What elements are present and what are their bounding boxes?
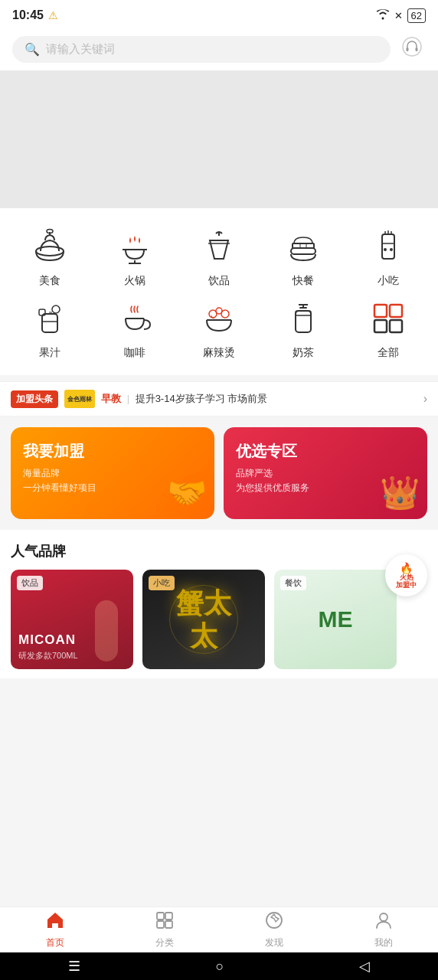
malajpg-label: 麻辣烫 [203, 346, 235, 360]
category-guozhi[interactable]: 果汁 [15, 296, 84, 360]
hot-badge-emoji: 🔥 [400, 562, 413, 574]
svg-point-5 [47, 230, 53, 234]
category-huoguo[interactable]: 火锅 [100, 224, 169, 288]
ad-logo: 金色雨林 [64, 390, 95, 408]
svg-rect-33 [390, 305, 402, 317]
svg-rect-18 [42, 314, 57, 332]
search-placeholder: 请输入关键词 [46, 42, 115, 57]
svg-point-41 [380, 913, 387, 921]
svg-point-17 [390, 248, 393, 251]
brand-third-name: ME [319, 606, 353, 632]
svg-rect-2 [416, 47, 418, 51]
popular-brands-title: 人气品牌 [11, 542, 427, 560]
ad-banner[interactable]: 加盟头条 金色雨林 早教 | 提升3-14岁孩子学习 市场前景 › [0, 381, 438, 416]
search-area: 🔍 请输入关键词 [0, 28, 438, 70]
battery-indicator: 62 [407, 8, 426, 23]
category-malajpg[interactable]: 麻辣烫 [185, 296, 253, 360]
status-bar: 10:45 ⚠ ✕ 62 [0, 0, 438, 28]
guozhi-icon [27, 296, 73, 341]
nav-mine[interactable]: 我的 [328, 907, 438, 952]
xiaochi-label: 小吃 [378, 274, 399, 288]
kafei-label: 咖啡 [124, 346, 145, 360]
search-icon: 🔍 [25, 42, 40, 57]
hot-badge[interactable]: 🔥 火热 加盟中 [385, 554, 427, 596]
guozhi-label: 果汁 [39, 346, 60, 360]
brand-third-tag: 餐饮 [280, 576, 306, 590]
svg-rect-28 [296, 311, 311, 332]
nav-home-label: 首页 [46, 936, 64, 949]
malajpg-icon [196, 296, 242, 341]
svg-rect-14 [382, 234, 394, 259]
android-home-btn[interactable]: ○ [216, 959, 224, 975]
banner-area[interactable] [0, 70, 438, 208]
category-kafei[interactable]: 咖啡 [100, 296, 169, 360]
category-meishi[interactable]: 美食 [15, 224, 84, 288]
nav-home[interactable]: 首页 [0, 907, 110, 952]
quanbu-label: 全部 [378, 346, 399, 360]
ad-main-text: 提升3-14岁孩子学习 市场前景 [136, 393, 268, 404]
svg-point-16 [384, 248, 387, 251]
brand-micoan-tag: 饮品 [17, 576, 43, 590]
category-row-1: 美食 火锅 [8, 224, 430, 288]
android-menu-btn[interactable]: ☰ [68, 958, 80, 975]
yinpin-icon [196, 224, 242, 270]
naicha-label: 奶茶 [293, 346, 314, 360]
nav-category-icon [155, 910, 175, 935]
nav-mine-icon [374, 910, 394, 935]
svg-rect-36 [157, 913, 164, 920]
android-nav-bar: ☰ ○ ◁ [0, 952, 438, 980]
status-time: 10:45 [12, 8, 44, 22]
nav-discover-label: 发现 [265, 936, 283, 949]
ad-tag: 加盟头条 [11, 390, 58, 408]
nav-category-label: 分类 [155, 936, 174, 949]
huoguo-icon [112, 224, 158, 270]
wifi-icon [376, 9, 390, 22]
nav-home-icon [45, 910, 65, 935]
naicha-icon [280, 296, 326, 341]
x-icon: ✕ [394, 10, 403, 21]
kafei-icon [112, 296, 158, 341]
brand-third[interactable]: 餐饮 ME [274, 570, 397, 669]
headphone-icon [401, 36, 423, 62]
promo-premium-title: 优选专区 [236, 441, 415, 462]
svg-rect-32 [374, 305, 387, 317]
yinpin-label: 饮品 [208, 274, 230, 288]
brand-micoan[interactable]: 饮品 MICOAN 研发多款700ML [11, 570, 133, 669]
category-kuaican[interactable]: 快餐 [269, 224, 338, 288]
svg-rect-34 [374, 320, 387, 332]
android-back-btn[interactable]: ◁ [359, 958, 370, 975]
svg-rect-38 [157, 921, 164, 928]
category-row-2: 果汁 咖啡 [8, 296, 430, 360]
search-input-wrap[interactable]: 🔍 请输入关键词 [12, 36, 391, 63]
meishi-icon [27, 224, 73, 270]
category-quanbu[interactable]: 全部 [354, 296, 423, 360]
svg-rect-11 [291, 248, 315, 254]
headphone-button[interactable] [398, 35, 426, 63]
promo-join-icon: 🤝 [167, 474, 207, 511]
popular-brands: 人气品牌 🔥 火热 加盟中 饮品 MICOAN 研发多款700ML 小吃 [0, 530, 438, 678]
svg-rect-39 [165, 921, 172, 928]
brand-taitai[interactable]: 小吃 蟹太太 [142, 570, 265, 669]
category-yinpin[interactable]: 饮品 [185, 224, 253, 288]
nav-mine-label: 我的 [374, 936, 393, 949]
quanbu-icon [365, 296, 411, 341]
promo-premium[interactable]: 优选专区 品牌严选 为您提供优质服务 👑 [224, 427, 427, 519]
nav-discover[interactable]: 发现 [219, 907, 328, 952]
ad-prefix: 早教 [101, 393, 121, 404]
svg-point-0 [403, 38, 421, 56]
promo-join-title: 我要加盟 [23, 441, 202, 462]
nav-category[interactable]: 分类 [110, 907, 219, 952]
promo-cards: 我要加盟 海量品牌 一分钟看懂好项目 🤝 优选专区 品牌严选 为您提供优质服务 … [0, 416, 438, 530]
meishi-label: 美食 [39, 274, 60, 288]
brands-scroll: 饮品 MICOAN 研发多款700ML 小吃 蟹太太 [11, 570, 427, 678]
promo-join[interactable]: 我要加盟 海量品牌 一分钟看懂好项目 🤝 [11, 427, 214, 519]
ad-text: 早教 | 提升3-14岁孩子学习 市场前景 [101, 392, 417, 406]
svg-rect-12 [293, 243, 314, 248]
ad-divider: | [127, 393, 129, 404]
category-naicha[interactable]: 奶茶 [269, 296, 338, 360]
ad-arrow: › [423, 392, 427, 406]
category-xiaochi[interactable]: 小吃 [354, 224, 423, 288]
warning-icon: ⚠ [48, 9, 58, 21]
promo-premium-icon: 👑 [380, 474, 420, 511]
xiaochi-icon [365, 224, 411, 270]
